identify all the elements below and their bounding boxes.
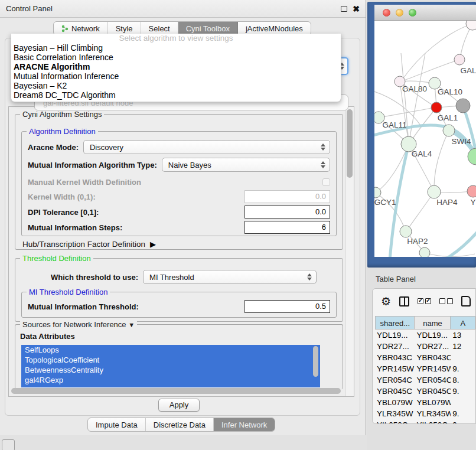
network-node-hap2[interactable]: [400, 226, 412, 237]
network-node-hap4[interactable]: [428, 185, 441, 198]
column-header[interactable]: shared...: [375, 316, 415, 330]
table-row[interactable]: YDL19...YDL19...13: [375, 330, 475, 341]
manual-kernel-width-checkbox[interactable]: [322, 178, 330, 186]
cyni-mode-tab-bar: Impute DataDiscretize DataInfer Network: [87, 418, 275, 432]
table-cell: 13: [451, 330, 475, 341]
network-node-gal1[interactable]: [443, 125, 455, 136]
table-row[interactable]: YPR145WYPR145W9.: [375, 363, 475, 374]
algorithm-option[interactable]: Mutual Information Inference: [11, 71, 341, 81]
tab-style[interactable]: Style: [108, 22, 141, 35]
network-node[interactable]: [419, 247, 430, 257]
expander-right-arrow-icon: ▶: [150, 240, 156, 249]
node-attribute-table[interactable]: shared...nameAYDL19...YDL19...13YDR27...…: [375, 316, 475, 424]
table-row[interactable]: YBR043CYBR043C: [375, 352, 475, 363]
float-panel-icon[interactable]: [341, 6, 347, 12]
table-cell: YIL052C: [415, 419, 451, 424]
list-scrollbar[interactable]: [313, 346, 318, 377]
network-edge[interactable]: [443, 232, 476, 257]
data-attribute-item[interactable]: TopologicalCoefficient: [21, 355, 320, 365]
columns-icon[interactable]: [399, 296, 409, 306]
node-label-gal11: GAL11: [382, 120, 406, 129]
algorithm-option[interactable]: Bayesian – Hill Climbing: [11, 43, 341, 53]
table-cell: YDL19...: [415, 330, 451, 341]
network-edge[interactable]: [402, 60, 459, 81]
which-threshold-combo[interactable]: MI Threshold: [143, 270, 317, 284]
tab-discretize-data[interactable]: Discretize Data: [146, 418, 214, 431]
tab-select[interactable]: Select: [141, 22, 178, 35]
export-table-icon[interactable]: [461, 296, 471, 306]
tab-cyni-toolbox[interactable]: Cyni Toolbox: [178, 22, 238, 35]
table-cell: YLR345W: [415, 408, 451, 419]
algorithm-option[interactable]: Dream8 DC_TDC Algorithm: [11, 90, 341, 100]
table-cell: YBR043C: [375, 352, 415, 363]
manual-kernel-width-label: Manual Kernel Width Definition: [28, 178, 141, 187]
network-node[interactable]: [456, 99, 470, 113]
show-columns-icon[interactable]: [418, 298, 431, 304]
hub-definition-expander[interactable]: Hub/Transcription Factor Definition ▶: [22, 240, 156, 249]
tab-impute-data[interactable]: Impute Data: [88, 418, 146, 431]
kernel-width-field[interactable]: 0.0: [244, 190, 330, 203]
hide-columns-icon[interactable]: [439, 298, 453, 304]
table-cell: [451, 397, 475, 408]
table-row[interactable]: YBL079WYBL079W: [375, 397, 475, 408]
table-cell: YIL052C: [375, 419, 415, 424]
table-row[interactable]: YDR27...YDR27...12: [375, 341, 475, 352]
data-attribute-item[interactable]: BetweennessCentrality: [21, 365, 320, 375]
table-cell: 12: [451, 341, 475, 352]
node-label-gal4: GAL4: [412, 149, 432, 158]
algorithm-option[interactable]: ARACNE Algorithm: [11, 62, 341, 71]
mi-algorithm-type-combo[interactable]: Naive Bayes: [162, 158, 330, 172]
table-row[interactable]: YER054CYER054C8.: [375, 374, 475, 386]
aracne-mode-label: Aracne Mode:: [28, 143, 79, 152]
window-minimize-icon[interactable]: [396, 9, 403, 17]
data-attributes-list[interactable]: SelfLoopsTopologicalCoefficientBetweenne…: [21, 345, 320, 387]
apply-button[interactable]: Apply: [158, 399, 200, 412]
tab-label: Network: [71, 24, 100, 33]
network-node[interactable]: [431, 102, 442, 113]
tab-label: Discretize Data: [154, 420, 206, 429]
network-node-gal[interactable]: [454, 54, 465, 65]
table-cell: 9.: [451, 386, 475, 397]
tab-network[interactable]: Network: [54, 22, 108, 35]
tab-label: Select: [149, 24, 170, 33]
mi-steps-field[interactable]: 6: [244, 221, 330, 234]
group-sources: Sources for Network Inference ▼ Data Att…: [15, 324, 343, 389]
tab-infer-network[interactable]: Infer Network: [214, 418, 275, 431]
network-window-titlebar[interactable]: [374, 5, 476, 21]
node-label-hap4: HAP4: [436, 198, 458, 207]
minimized-panel-icon[interactable]: [2, 439, 15, 450]
network-edge[interactable]: [407, 192, 434, 230]
network-node-y[interactable]: [467, 185, 476, 197]
aracne-mode-combo[interactable]: Discovery: [83, 140, 330, 154]
mi-algorithm-type-label: Mutual Information Algorithm Type:: [28, 161, 157, 169]
network-canvas[interactable]: GALGAL80GAL10GAL1GAL11GAL4SWI4GCY1HAP4YH…: [374, 21, 476, 257]
mi-threshold-field[interactable]: 0.5: [244, 300, 330, 313]
network-edge[interactable]: [434, 131, 449, 191]
group-title-sources[interactable]: Sources for Network Inference ▼: [20, 320, 137, 329]
algorithm-option[interactable]: Bayesian – K2: [11, 81, 341, 90]
node-label-y: Y: [470, 198, 475, 207]
table-row[interactable]: YBR045CYBR045C9.: [375, 386, 475, 397]
tab-jactivemnodules[interactable]: jActiveMNodules: [238, 22, 311, 35]
network-node-swi4[interactable]: [468, 148, 476, 165]
network-node[interactable]: [466, 21, 476, 30]
data-attribute-item[interactable]: SelfLoops: [21, 345, 320, 355]
table-cell: YBR045C: [375, 386, 415, 397]
column-header[interactable]: name: [415, 316, 451, 330]
settings-vertical-scrollbar[interactable]: [345, 107, 354, 396]
tab-label: Impute Data: [96, 420, 138, 429]
settings-horizontal-scrollbar[interactable]: [10, 387, 344, 394]
network-view-window[interactable]: GALGAL80GAL10GAL1GAL11GAL4SWI4GCY1HAP4YH…: [367, 2, 476, 268]
data-attribute-item[interactable]: gal4RGexp: [21, 375, 320, 385]
aracne-mode-value: Discovery: [90, 143, 123, 152]
table-row[interactable]: YLR345WYLR345W9.: [375, 408, 475, 419]
close-panel-icon[interactable]: ✖: [353, 6, 360, 12]
window-close-icon[interactable]: [383, 9, 390, 17]
dpi-tolerance-field[interactable]: 0.0: [244, 206, 330, 219]
column-header[interactable]: A: [451, 316, 475, 330]
table-row[interactable]: YIL052CYIL052C9.: [375, 419, 475, 424]
algorithm-option[interactable]: Basic Correlation Inference: [11, 53, 341, 62]
node-label-hap2: HAP2: [407, 237, 428, 246]
window-zoom-icon[interactable]: [409, 9, 416, 17]
gear-icon[interactable]: ⚙: [381, 296, 391, 307]
